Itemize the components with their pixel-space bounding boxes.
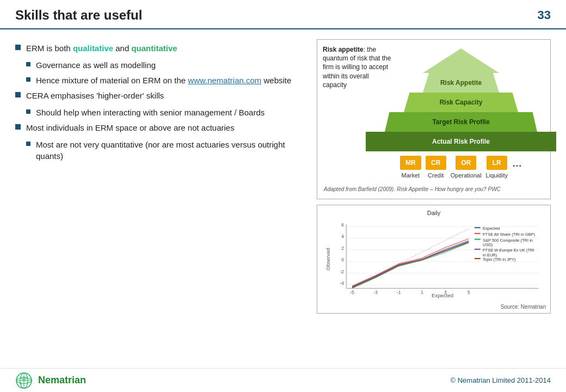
risk-block-mr: MR Market (400, 156, 421, 179)
or-label: Operational (451, 172, 482, 179)
risk-blocks-row: MR Market CR Credit OR Operational LR Li… (400, 156, 522, 179)
lr-label: Liquidity (486, 172, 508, 179)
svg-text:1: 1 (421, 290, 423, 295)
caption-italic: Risk Appetite – How hungry are you? (397, 186, 487, 192)
risk-block-lr: LR Liquidity (486, 156, 508, 179)
main-bullet-list: ERM is both qualitative and quantitative… (15, 42, 304, 162)
footer-logo-area: Nematrian (15, 372, 86, 389)
qualitative-text: qualitative (73, 44, 113, 53)
svg-rect-25 (475, 233, 481, 234)
sub-bullet-text: Governance as well as modelling (36, 59, 156, 71)
slide-footer: Nematrian © Nematrian Limited 2011-2014 (0, 368, 566, 392)
mr-block: MR (400, 156, 421, 170)
sub-bullet-icon (26, 109, 30, 114)
svg-text:Expected: Expected (483, 226, 500, 231)
pyramid-tip (423, 48, 499, 73)
svg-text:5: 5 (467, 290, 470, 295)
or-block: OR (456, 156, 476, 170)
svg-text:Observed: Observed (325, 248, 331, 271)
mr-label: Market (402, 172, 420, 179)
layer-label: Risk Capacity (440, 99, 483, 106)
svg-text:Expected: Expected (432, 292, 453, 298)
right-column: Risk appetite: the quantum of risk that … (317, 39, 551, 365)
sub-bullet-icon (26, 62, 30, 66)
sub-bullet-text: Hence mixture of material on ERM on the … (36, 75, 291, 86)
slide-header: Skills that are useful 33 (0, 0, 566, 29)
svg-rect-33 (475, 258, 481, 259)
copyright-text: © Nematrian Limited 2011-2014 (451, 376, 551, 384)
quantitative-text: quantitative (131, 44, 177, 53)
risk-appetite-bold: Risk appetite (323, 46, 364, 53)
svg-text:-5: -5 (350, 290, 354, 295)
lr-block: LR (487, 156, 507, 170)
risk-dots: … (512, 156, 522, 169)
bullet-text-1: ERM is both qualitative and quantitative (26, 42, 177, 54)
bullet-square-icon (15, 124, 21, 130)
page-number: 33 (538, 8, 551, 22)
chart-box: Daily Observed Expected 6 4 2 0 -2 -4 -5… (317, 205, 551, 314)
chart-source: Source: Nematrian (501, 304, 546, 310)
svg-text:4: 4 (341, 234, 344, 239)
pyramid-header-text: Risk appetite: the quantum of risk that … (323, 45, 393, 89)
layer-label: Target Risk Profile (432, 118, 489, 126)
pyramid-diagram-box: Risk appetite: the quantum of risk that … (317, 39, 551, 199)
svg-text:Topix (TRI in JPY): Topix (TRI in JPY) (483, 257, 516, 262)
pyramid-layer-target: Target Risk Profile (385, 112, 537, 132)
svg-rect-27 (475, 239, 481, 240)
brand-name: Nematrian (38, 375, 86, 386)
bullet-text-2: CERA emphasises 'higher-order' skills (26, 90, 164, 101)
pyramid-layer-actual: Actual Risk Profile (366, 132, 556, 151)
list-item: Hence mixture of material on ERM on the … (26, 75, 304, 86)
sub-list-1: Governance as well as modelling Hence mi… (26, 59, 304, 86)
sub-list-2: Should help when interacting with senior… (26, 107, 304, 118)
list-item: ERM is both qualitative and quantitative (15, 42, 304, 54)
list-item: Governance as well as modelling (26, 59, 304, 71)
svg-text:3: 3 (444, 290, 447, 295)
layer-label: Actual Risk Profile (432, 138, 490, 145)
main-content: ERM is both qualitative and quantitative… (0, 29, 566, 365)
svg-rect-30 (475, 249, 481, 250)
svg-text:-1: -1 (397, 290, 401, 295)
bullet-square-icon (15, 45, 21, 50)
list-item: Most are not very quantitative (nor are … (26, 139, 304, 162)
risk-block-or: OR Operational (451, 156, 482, 179)
svg-text:USD): USD) (483, 242, 493, 247)
risk-block-cr: CR Credit (426, 156, 446, 179)
list-item: CERA emphasises 'higher-order' skills (15, 90, 304, 101)
pyramid-layer-appetite: Risk Appetite (423, 73, 499, 93)
cr-block: CR (426, 156, 446, 170)
svg-text:0: 0 (341, 257, 344, 262)
sub-bullet-icon (26, 77, 30, 82)
svg-text:-3: -3 (373, 290, 378, 295)
svg-text:-2: -2 (340, 269, 344, 274)
svg-rect-23 (475, 227, 481, 228)
layer-label: Risk Appetite (440, 79, 482, 87)
list-item: Should help when interacting with senior… (26, 107, 304, 118)
sub-list-3: Most are not very quantitative (nor are … (26, 139, 304, 162)
pyramid-caption: Adapted from Barfield (2009). Risk Appet… (324, 186, 544, 192)
chart-title: Daily (322, 210, 546, 216)
cr-label: Credit (428, 172, 444, 179)
svg-text:-4: -4 (340, 280, 344, 286)
svg-text:FTSE All Share (TRI in GBP): FTSE All Share (TRI in GBP) (483, 232, 536, 237)
pyramid-layer-capacity: Risk Capacity (404, 93, 518, 112)
bullet-text-3: Most individuals in ERM space or above a… (26, 122, 235, 133)
left-column: ERM is both qualitative and quantitative… (15, 39, 304, 365)
nematrian-link[interactable]: www.nematrian.com (188, 76, 261, 85)
sub-bullet-text: Most are not very quantitative (nor are … (36, 139, 304, 162)
bullet-square-icon (15, 92, 21, 97)
svg-text:2: 2 (341, 246, 344, 251)
sub-bullet-icon (26, 142, 30, 146)
svg-text:6: 6 (341, 222, 344, 228)
sub-bullet-text: Should help when interacting with senior… (36, 107, 264, 118)
list-item: Most individuals in ERM space or above a… (15, 122, 304, 133)
chart-svg: Observed Expected 6 4 2 0 -2 -4 -5 -3 -1… (322, 218, 546, 300)
slide-title: Skills that are useful (15, 8, 142, 23)
globe-icon (15, 372, 33, 389)
